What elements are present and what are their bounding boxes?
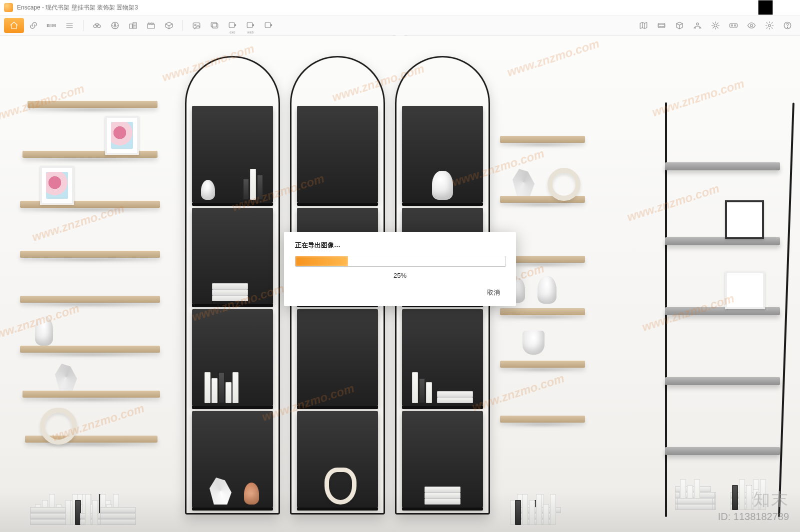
- sun-icon: [711, 21, 720, 30]
- link-button[interactable]: [25, 18, 42, 33]
- render-viewport[interactable]: www.znzmo.com www.znzmo.com www.znzmo.co…: [0, 36, 800, 532]
- sun-button[interactable]: [707, 18, 724, 33]
- cancel-button[interactable]: 取消: [482, 286, 505, 299]
- svg-point-17: [194, 24, 196, 26]
- image-multi-icon: [210, 21, 219, 30]
- video-path-button[interactable]: [142, 18, 160, 33]
- progress-bar: [295, 256, 506, 267]
- toolbar-separator: [182, 20, 183, 31]
- svg-point-25: [696, 23, 699, 25]
- gear-icon: [765, 21, 774, 30]
- dialog-backdrop: 正在导出图像… 25% 取消: [0, 36, 800, 532]
- close-button[interactable]: [777, 0, 800, 15]
- enscape-logo-icon: [4, 3, 13, 12]
- buildings-icon: [128, 21, 138, 30]
- cube-icon: [675, 21, 684, 30]
- svg-point-28: [732, 25, 733, 26]
- toolbar-group-left: BIM: [4, 18, 78, 33]
- export-video-button[interactable]: [260, 18, 277, 33]
- collab-icon: [693, 21, 702, 30]
- window-title: Enscape - 现代书架 壁挂书架 装饰架 置物架3: [17, 3, 731, 12]
- panorama-icon: [657, 21, 666, 30]
- export-web-button[interactable]: web: [242, 18, 259, 33]
- maximize-button[interactable]: [754, 0, 777, 15]
- home-button[interactable]: [4, 18, 24, 33]
- svg-line-2: [782, 0, 796, 15]
- svg-point-29: [734, 25, 736, 26]
- clapper-icon: [146, 21, 156, 30]
- screenshot-button[interactable]: [188, 18, 205, 33]
- views-button[interactable]: [106, 18, 124, 33]
- svg-point-33: [787, 27, 788, 27]
- title-bar: Enscape - 现代书架 壁挂书架 装饰架 置物架3: [0, 0, 800, 15]
- buildings-button[interactable]: [124, 18, 142, 33]
- bim-info-button[interactable]: BIM: [43, 18, 60, 33]
- export-icon: [228, 21, 237, 30]
- svg-rect-15: [148, 24, 154, 28]
- window-controls: [731, 0, 800, 15]
- svg-point-26: [714, 24, 717, 27]
- home-icon: [10, 21, 18, 30]
- mono-panorama-button[interactable]: [653, 18, 670, 33]
- svg-rect-27: [730, 23, 738, 27]
- eye-icon: [747, 21, 756, 30]
- toolbar-group-mid: [88, 18, 178, 33]
- bim-icon: BIM: [46, 23, 56, 28]
- toolbar-group-right: [635, 18, 796, 33]
- settings-button[interactable]: [761, 18, 778, 33]
- object-library-button[interactable]: [160, 18, 178, 33]
- map-button[interactable]: [635, 18, 652, 33]
- visibility-button[interactable]: [743, 18, 760, 33]
- link-icon: [29, 21, 38, 30]
- svg-rect-23: [658, 23, 665, 28]
- compass-icon: [110, 21, 120, 30]
- svg-line-3: [782, 0, 796, 15]
- menu-button[interactable]: [61, 18, 78, 33]
- svg-rect-10: [130, 24, 132, 28]
- toolbar-separator: [83, 20, 84, 31]
- menu-icon: [65, 21, 74, 30]
- export-icon: [264, 21, 273, 30]
- box-icon: [164, 21, 174, 30]
- svg-rect-21: [247, 22, 252, 28]
- binoculars-icon: [92, 21, 102, 30]
- export-progress-dialog: 正在导出图像… 25% 取消: [284, 232, 516, 306]
- dialog-title: 正在导出图像…: [295, 241, 505, 250]
- minimize-button[interactable]: [731, 0, 754, 15]
- image-icon: [192, 21, 201, 30]
- map-icon: [639, 21, 648, 30]
- svg-point-24: [658, 24, 665, 27]
- progress-percent-label: 25%: [295, 272, 505, 279]
- svg-point-31: [768, 24, 771, 27]
- vr-button[interactable]: [725, 18, 742, 33]
- svg-rect-1: [758, 0, 773, 15]
- svg-point-30: [750, 24, 753, 27]
- svg-rect-22: [265, 22, 270, 28]
- stereo-panorama-button[interactable]: [671, 18, 688, 33]
- progress-bar-fill: [296, 256, 348, 266]
- export-icon: [246, 21, 255, 30]
- help-icon: [783, 21, 792, 30]
- toolbar-group-export: exe web: [188, 18, 277, 33]
- export-exe-button[interactable]: exe: [224, 18, 241, 33]
- binoculars-button[interactable]: [88, 18, 106, 33]
- vr-icon: [729, 21, 738, 30]
- help-button[interactable]: [779, 18, 796, 33]
- collab-button[interactable]: [689, 18, 706, 33]
- svg-rect-20: [229, 22, 234, 28]
- app-root: Enscape - 现代书架 壁挂书架 装饰架 置物架3 BIM exe: [0, 0, 800, 532]
- main-toolbar: BIM exe web: [0, 15, 800, 36]
- batch-render-button[interactable]: [206, 18, 223, 33]
